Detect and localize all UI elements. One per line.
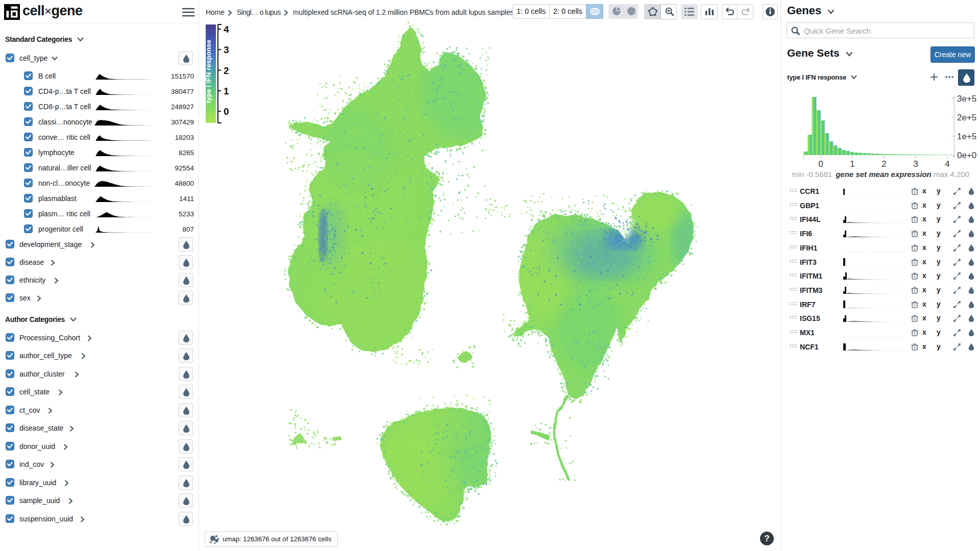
svg-text:0e+0: 0e+0 [957,151,976,160]
svg-text:min -0.5681: min -0.5681 [792,170,832,179]
svg-text:max 4.200: max 4.200 [934,170,969,179]
svg-text:type I IFN response: type I IFN response [205,39,212,103]
svg-text:1: 1 [224,86,229,96]
svg-text:1: 1 [850,159,854,169]
svg-text:4: 4 [224,24,229,35]
svg-text:4: 4 [945,159,949,169]
svg-text:2: 2 [224,65,229,76]
svg-text:3: 3 [224,44,229,55]
svg-text:0: 0 [818,159,823,169]
svg-text:gene set mean expression: gene set mean expression [835,170,932,179]
svg-text:2: 2 [881,159,886,169]
svg-text:0: 0 [224,106,229,117]
svg-text:3e+5: 3e+5 [957,94,976,104]
svg-text:1e+5: 1e+5 [957,132,976,141]
svg-text:3: 3 [913,159,918,169]
svg-text:2e+5: 2e+5 [957,113,976,122]
